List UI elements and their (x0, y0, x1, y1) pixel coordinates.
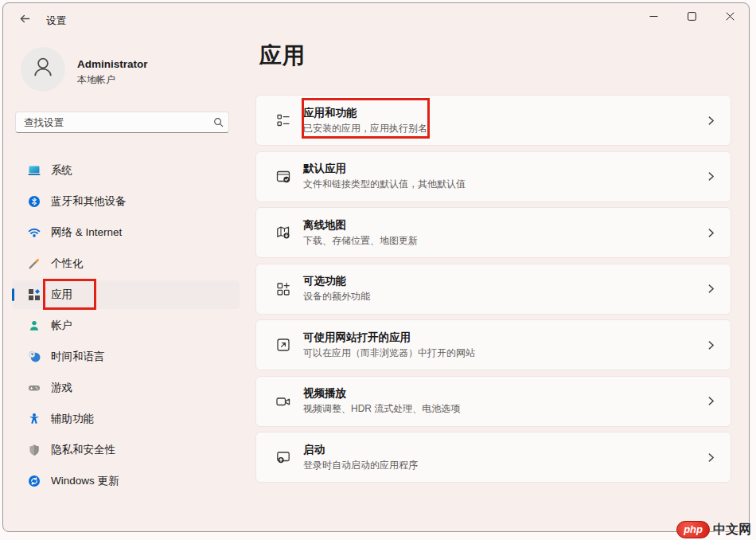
apps-icon (28, 288, 41, 301)
card-subtitle: 已安装的应用，应用执行别名 (303, 122, 427, 135)
sidebar-nav: 系统蓝牙和其他设备网络 & Internet个性化应用帐户时间和语言游戏辅助功能… (3, 156, 247, 498)
settings-card-startup[interactable]: 启动登录时自动启动的应用程序 (255, 432, 731, 483)
close-icon (726, 10, 735, 24)
personalization-icon (28, 257, 41, 270)
watermark: php 中文网 (676, 521, 751, 538)
card-text-block: 视频播放视频调整、HDR 流式处理、电池选项 (303, 386, 460, 416)
sidebar-item-label: 辅助功能 (51, 412, 94, 426)
card-subtitle: 登录时自动启动的应用程序 (303, 459, 418, 472)
card-title: 应用和功能 (303, 106, 427, 120)
chevron-right-icon (706, 171, 716, 182)
card-text-block: 离线地图下载、存储位置、地图更新 (303, 218, 418, 248)
sidebar-item-gaming[interactable]: 游戏 (12, 374, 240, 402)
window-title: 设置 (46, 14, 66, 28)
back-button[interactable] (14, 12, 35, 28)
selected-accent-bar (12, 288, 14, 301)
sidebar-item-label: 游戏 (51, 381, 72, 395)
chevron-right-icon (706, 396, 716, 406)
sidebar-item-label: 网络 & Internet (51, 225, 122, 240)
settings-card-offline-maps[interactable]: 离线地图下载、存储位置、地图更新 (255, 207, 731, 258)
sidebar-item-privacy[interactable]: 隐私和安全性 (12, 436, 240, 464)
settings-card-apps-for-websites[interactable]: 可使用网站打开的应用可以在应用（而非浏览器）中打开的网站 (255, 319, 731, 370)
sidebar-item-system[interactable]: 系统 (12, 156, 240, 185)
sidebar-item-label: 时间和语言 (51, 350, 105, 364)
card-title: 可选功能 (303, 274, 370, 288)
optional-features-icon (275, 281, 291, 297)
settings-card-list: 应用和功能已安装的应用，应用执行别名默认应用文件和链接类型的默认值，其他默认值离… (255, 95, 731, 483)
sidebar-item-apps[interactable]: 应用 (12, 280, 240, 309)
page-title: 应用 (259, 41, 306, 71)
sidebar-item-personalization[interactable]: 个性化 (12, 249, 240, 278)
sidebar-item-time-language[interactable]: 时间和语言 (12, 342, 240, 371)
sidebar-item-label: 个性化 (51, 256, 84, 271)
video-playback-icon (275, 393, 291, 409)
sidebar-item-label: Windows 更新 (51, 474, 119, 488)
windows-update-icon (28, 475, 41, 487)
sidebar-item-label: 应用 (51, 288, 72, 302)
watermark-text: 中文网 (713, 522, 751, 538)
minimize-icon (649, 10, 658, 24)
card-text-block: 可使用网站打开的应用可以在应用（而非浏览器）中打开的网站 (303, 331, 475, 360)
php-logo: php (676, 521, 710, 538)
chevron-right-icon (706, 340, 716, 350)
card-subtitle: 设备的额外功能 (303, 290, 370, 303)
sidebar-item-accessibility[interactable]: 辅助功能 (12, 405, 240, 433)
titlebar: 设置 (3, 3, 749, 35)
chevron-right-icon (706, 284, 716, 294)
card-title: 视频播放 (303, 386, 460, 401)
accessibility-icon (28, 413, 41, 425)
default-apps-icon (275, 169, 291, 185)
search-input[interactable] (16, 117, 208, 128)
card-subtitle: 可以在应用（而非浏览器）中打开的网站 (303, 346, 475, 360)
card-subtitle: 文件和链接类型的默认值，其他默认值 (303, 178, 466, 191)
chevron-right-icon (706, 452, 716, 463)
window-controls (634, 3, 749, 30)
chevron-right-icon (706, 115, 716, 126)
startup-icon (275, 449, 291, 465)
profile-account-type: 本地帐户 (77, 73, 115, 87)
person-icon (25, 50, 60, 88)
card-text-block: 默认应用文件和链接类型的默认值，其他默认值 (303, 162, 466, 191)
apps-features-icon (275, 112, 291, 128)
card-text-block: 应用和功能已安装的应用，应用执行别名 (303, 106, 427, 135)
avatar[interactable] (21, 47, 65, 92)
card-title: 可使用网站打开的应用 (303, 331, 475, 345)
system-icon (28, 164, 41, 177)
apps-for-websites-icon (275, 337, 291, 353)
chevron-right-icon (706, 228, 716, 238)
card-title: 启动 (303, 443, 418, 457)
card-text-block: 可选功能设备的额外功能 (303, 274, 370, 303)
sidebar-item-bluetooth[interactable]: 蓝牙和其他设备 (12, 187, 240, 216)
privacy-icon (28, 444, 41, 456)
close-button[interactable] (711, 3, 749, 30)
card-subtitle: 视频调整、HDR 流式处理、电池选项 (303, 402, 460, 416)
search-box[interactable] (15, 112, 229, 133)
card-title: 离线地图 (303, 218, 418, 233)
bluetooth-icon (28, 195, 41, 208)
minimize-button[interactable] (634, 3, 672, 30)
sidebar-item-accounts[interactable]: 帐户 (12, 311, 240, 340)
settings-card-video-playback[interactable]: 视频播放视频调整、HDR 流式处理、电池选项 (255, 376, 731, 427)
sidebar-item-windows-update[interactable]: Windows 更新 (12, 467, 240, 495)
network-icon (28, 226, 41, 239)
sidebar-item-network[interactable]: 网络 & Internet (12, 218, 240, 247)
sidebar-item-label: 隐私和安全性 (51, 443, 115, 457)
maximize-button[interactable] (672, 3, 711, 30)
settings-card-optional-features[interactable]: 可选功能设备的额外功能 (255, 264, 731, 315)
card-text-block: 启动登录时自动启动的应用程序 (303, 443, 418, 472)
profile-name: Administrator (77, 58, 148, 70)
settings-card-apps-features[interactable]: 应用和功能已安装的应用，应用执行别名 (255, 95, 731, 146)
offline-maps-icon (275, 225, 291, 241)
settings-window: 设置 Administrator 本地帐户 系统蓝牙和其他设备网络 & Inte… (2, 2, 750, 532)
search-icon (208, 117, 228, 127)
back-arrow-icon (19, 13, 31, 28)
sidebar-item-label: 蓝牙和其他设备 (51, 194, 127, 209)
gaming-icon (28, 382, 41, 394)
card-title: 默认应用 (303, 162, 466, 176)
sidebar-item-label: 系统 (51, 163, 72, 178)
settings-card-default-apps[interactable]: 默认应用文件和链接类型的默认值，其他默认值 (255, 151, 731, 202)
time-language-icon (28, 350, 41, 363)
accounts-icon (28, 319, 41, 332)
maximize-icon (688, 10, 696, 24)
card-subtitle: 下载、存储位置、地图更新 (303, 234, 418, 248)
